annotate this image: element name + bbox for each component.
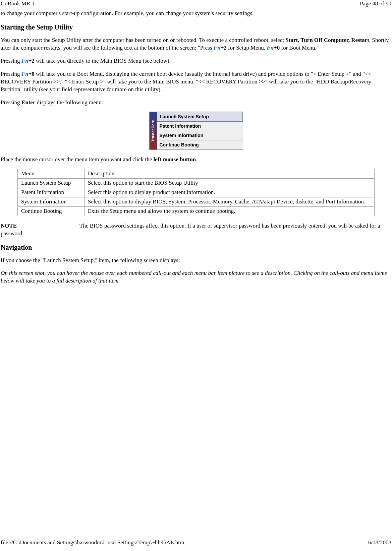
text-bold: Start, Turn Off Computer, Restart [285,37,369,43]
table-row: Launch System Setup Select this option t… [18,178,375,188]
key: +2 [29,58,35,64]
table-cell: Continue Booting [18,206,85,216]
fn-key: Fn [214,45,221,51]
paragraph-enter: Pressing Enter displays the following me… [1,99,391,107]
paragraph-cursor: Place the mouse cursor over the menu ite… [1,156,391,164]
menu-item-launch-setup[interactable]: Launch System Setup [157,112,243,122]
page-number: Page 48 of 90 [360,0,391,8]
text: will take you directly to the Main BIOS … [35,58,171,64]
table-header-menu: Menu [18,169,85,178]
table-cell: System Information [18,197,85,206]
page-header: GoBook MR-1 Page 48 of 90 [1,0,391,8]
table-cell: Select this option to display product pa… [85,188,375,197]
text: You can only start the Setup Utility aft… [1,37,285,43]
table-cell: Select this option to display BIOS, Syst… [85,197,375,206]
text: displays the following menu: [35,99,103,106]
table-row: Menu Description [18,169,375,178]
fn-key: Fn [21,58,29,64]
menu-side-brand: TrustedCore [150,112,157,149]
heading-navigation: Navigation [1,243,391,252]
text-bold: left mouse button [154,156,196,163]
paragraph-fn0: Pressing Fn+0 will take you to a Boot Me… [1,70,391,94]
paragraph-reboot: You can only start the Setup Utility aft… [1,37,391,52]
paragraph-nav-intro: If you choose the "Launch System Setup,"… [1,257,391,264]
table-cell: Exits the Setup menu and allows the syst… [85,206,375,216]
trustedcore-menu-figure: TrustedCore Launch System Setup Patent I… [149,112,243,150]
table-row: Patent Information Select this option to… [18,188,375,197]
menu-items-list: Launch System Setup Patent Information S… [157,112,243,149]
intro-text: to change your computer's start-up confi… [1,10,391,17]
content-body: to change your computer's start-up confi… [1,10,391,285]
table-header-description: Description [85,169,375,178]
note-label: NOTE [1,222,79,230]
text: Pressing [1,58,21,64]
paragraph-fn2: Pressing Fn+2 will take you directly to … [1,57,391,65]
paragraph-nav-hint: On this screen shot, you can hover the m… [1,269,391,285]
text: for Boot Menu." [280,45,319,51]
table-cell: Patent Information [18,188,85,197]
table-row: System Information Select this option to… [18,197,375,206]
text: will take you to a Boot Menu, displaying… [1,71,371,93]
fn-key: Fn [21,71,29,77]
text: for Setup Menu, [227,45,267,51]
table-cell: Select this option to start the BIOS Set… [85,178,375,188]
table-cell: Launch System Setup [18,178,85,188]
menu-item-system-info[interactable]: System Information [157,131,243,140]
table-row: Continue Booting Exits the Setup menu an… [18,206,375,216]
menu-description-table: Menu Description Launch System Setup Sel… [17,169,375,216]
menu-side-label: TrustedCore [151,120,156,141]
doc-title: GoBook MR-1 [1,0,35,8]
heading-starting-setup: Starting the Setup Utility [1,23,391,32]
key: +0 [274,45,280,51]
text: . [196,156,197,163]
menu-item-continue-boot[interactable]: Continue Booting [157,140,243,149]
text: Pressing [1,71,21,77]
text: Place the mouse cursor over the menu ite… [1,156,154,163]
key: +0 [29,71,35,77]
note-paragraph: NOTEThe BIOS password settings affect th… [1,222,391,238]
text: Pressing [1,99,21,106]
key: +2 [221,45,227,51]
text-bold: Enter [21,99,36,106]
fn-key: Fn [267,45,274,51]
menu-item-patent-info[interactable]: Patent Information [157,122,243,131]
